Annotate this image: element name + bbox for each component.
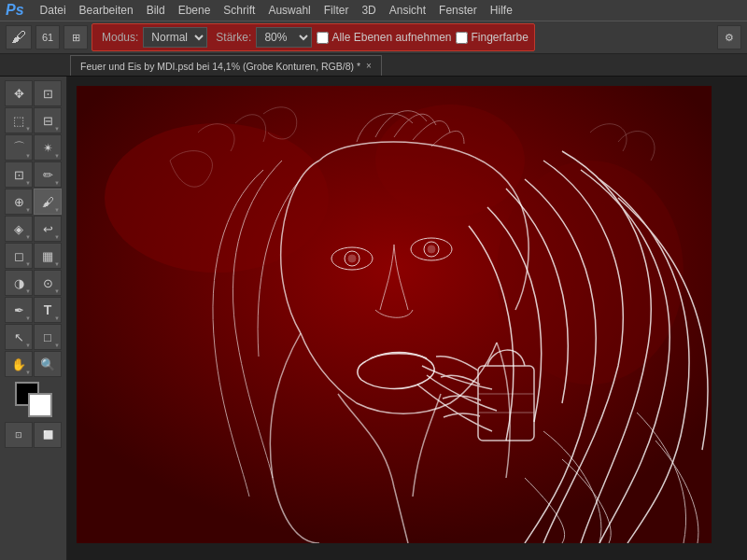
shape-tool-icon[interactable]: □▼ bbox=[34, 324, 62, 350]
healing-brush-tool-icon[interactable]: ⊕▼ bbox=[5, 189, 33, 215]
path-select-tool-icon[interactable]: ↖▼ bbox=[5, 324, 33, 350]
finger-color-label: Fingerfarbe bbox=[471, 31, 528, 44]
svg-point-3 bbox=[497, 161, 684, 385]
eraser-tool-icon[interactable]: ◻▼ bbox=[5, 243, 33, 269]
clone-stamp-tool-icon[interactable]: ◈▼ bbox=[5, 216, 33, 242]
artboard-tool-icon[interactable]: ⊡ bbox=[34, 80, 62, 106]
toolbar-options-group: Modus: Normal Stärke: 80% Alle Ebenen au… bbox=[92, 23, 535, 51]
menu-item-3d[interactable]: 3D bbox=[355, 2, 382, 19]
brush-tool-indicator[interactable]: 🖌 bbox=[6, 25, 32, 49]
toolbar-options-icon[interactable]: ⚙ bbox=[717, 25, 741, 49]
canvas-wrapper bbox=[77, 86, 712, 543]
finger-color-group: Fingerfarbe bbox=[456, 31, 528, 44]
mode-select[interactable]: Normal bbox=[143, 27, 207, 48]
tool-row-9: ✒▼ T▼ bbox=[2, 297, 64, 323]
lasso-tool-icon[interactable]: ⌒▼ bbox=[5, 134, 33, 161]
color-swatches bbox=[15, 382, 52, 417]
dodge-tool-icon[interactable]: ◑▼ bbox=[5, 270, 33, 296]
hand-tool-icon[interactable]: ✋▼ bbox=[5, 351, 33, 377]
tool-row-extra1: ⊡ ⬜ bbox=[2, 422, 64, 448]
menu-items: DateiBearbeitenBildEbeneSchriftAuswahlFi… bbox=[34, 2, 519, 19]
tab-label: Feuer und Eis by MDI.psd bei 14,1% (Grob… bbox=[80, 61, 360, 72]
toolbox: ✥ ⊡ ⬚▼ ⊟▼ ⌒▼ ✴▼ ⊡▼ ✏▼ ⊕▼ 🖌▼ ◈▼ ↩▼ ◻▼ ▦▼ … bbox=[0, 77, 67, 560]
history-brush-tool-icon[interactable]: ↩▼ bbox=[34, 216, 62, 242]
strength-label: Stärke: bbox=[216, 31, 251, 44]
strength-select[interactable]: 80% bbox=[256, 27, 312, 48]
move-tool-icon[interactable]: ✥ bbox=[5, 80, 33, 106]
tool-row-2: ⬚▼ ⊟▼ bbox=[2, 107, 64, 133]
tool-row-6: ◈▼ ↩▼ bbox=[2, 216, 64, 242]
brush-size-button[interactable]: 61 bbox=[35, 25, 60, 49]
svg-point-2 bbox=[105, 123, 329, 273]
menu-item-ansicht[interactable]: Ansicht bbox=[383, 2, 432, 19]
menu-item-auswahl[interactable]: Auswahl bbox=[261, 2, 317, 19]
menu-item-fenster[interactable]: Fenster bbox=[432, 2, 484, 19]
all-layers-checkbox[interactable] bbox=[317, 32, 329, 44]
single-column-tool-icon[interactable]: ⊟▼ bbox=[34, 107, 62, 133]
marquee-tool-icon[interactable]: ⬚▼ bbox=[5, 107, 33, 133]
background-color[interactable] bbox=[28, 393, 52, 417]
menu-item-bearbeiten[interactable]: Bearbeiten bbox=[73, 2, 140, 19]
tool-row-4: ⊡▼ ✏▼ bbox=[2, 161, 64, 188]
smudge-tool-icon[interactable]: ⊙▼ bbox=[34, 270, 62, 296]
finger-color-checkbox[interactable] bbox=[456, 32, 468, 44]
all-layers-label: Alle Ebenen aufnehmen bbox=[331, 31, 451, 44]
svg-point-10 bbox=[428, 245, 435, 253]
tab-bar: Feuer und Eis by MDI.psd bei 14,1% (Grob… bbox=[0, 54, 747, 77]
screen-mode-icon[interactable]: ⬜ bbox=[34, 422, 62, 448]
main-area: ✥ ⊡ ⬚▼ ⊟▼ ⌒▼ ✴▼ ⊡▼ ✏▼ ⊕▼ 🖌▼ ◈▼ ↩▼ ◻▼ ▦▼ … bbox=[0, 77, 747, 560]
menu-item-schrift[interactable]: Schrift bbox=[217, 2, 261, 19]
quick-mask-icon[interactable]: ⊡ bbox=[5, 422, 33, 448]
menu-item-bild[interactable]: Bild bbox=[140, 2, 172, 19]
magic-wand-tool-icon[interactable]: ✴▼ bbox=[34, 134, 62, 161]
svg-point-4 bbox=[375, 105, 525, 217]
tool-row-3: ⌒▼ ✴▼ bbox=[2, 134, 64, 161]
tool-row-1: ✥ ⊡ bbox=[2, 80, 64, 106]
text-tool-icon[interactable]: T▼ bbox=[34, 297, 62, 323]
canvas-image bbox=[77, 86, 712, 543]
app-logo: Ps bbox=[6, 2, 24, 19]
eyedropper-tool-icon[interactable]: ✏▼ bbox=[34, 161, 62, 188]
tool-row-7: ◻▼ ▦▼ bbox=[2, 243, 64, 269]
menu-item-datei[interactable]: Datei bbox=[34, 2, 73, 19]
brush-size-value: 61 bbox=[42, 32, 53, 43]
menu-item-hilfe[interactable]: Hilfe bbox=[484, 2, 519, 19]
tool-row-11: ✋▼ 🔍 bbox=[2, 351, 64, 377]
tool-row-5: ⊕▼ 🖌▼ bbox=[2, 189, 64, 215]
toolbar: 🖌 61 ⊞ Modus: Normal Stärke: 80% Alle Eb… bbox=[0, 21, 747, 54]
tool-row-10: ↖▼ □▼ bbox=[2, 324, 64, 350]
svg-point-7 bbox=[348, 255, 356, 262]
zoom-tool-icon[interactable]: 🔍 bbox=[34, 351, 62, 377]
brush-tool-icon[interactable]: 🖌▼ bbox=[34, 189, 62, 215]
tab-close-button[interactable]: × bbox=[366, 61, 372, 71]
menu-item-ebene[interactable]: Ebene bbox=[172, 2, 218, 19]
all-layers-group: Alle Ebenen aufnehmen bbox=[317, 31, 451, 44]
canvas-area bbox=[67, 77, 747, 560]
pen-tool-icon[interactable]: ✒▼ bbox=[5, 297, 33, 323]
brush-options-button[interactable]: ⊞ bbox=[63, 25, 88, 49]
crop-tool-icon[interactable]: ⊡▼ bbox=[5, 161, 33, 188]
gradient-tool-icon[interactable]: ▦▼ bbox=[34, 243, 62, 269]
menu-item-filter[interactable]: Filter bbox=[317, 2, 356, 19]
document-tab[interactable]: Feuer und Eis by MDI.psd bei 14,1% (Grob… bbox=[70, 55, 382, 76]
tool-row-8: ◑▼ ⊙▼ bbox=[2, 270, 64, 296]
mode-label: Modus: bbox=[102, 31, 138, 44]
menu-bar: Ps DateiBearbeitenBildEbeneSchriftAuswah… bbox=[0, 0, 747, 21]
